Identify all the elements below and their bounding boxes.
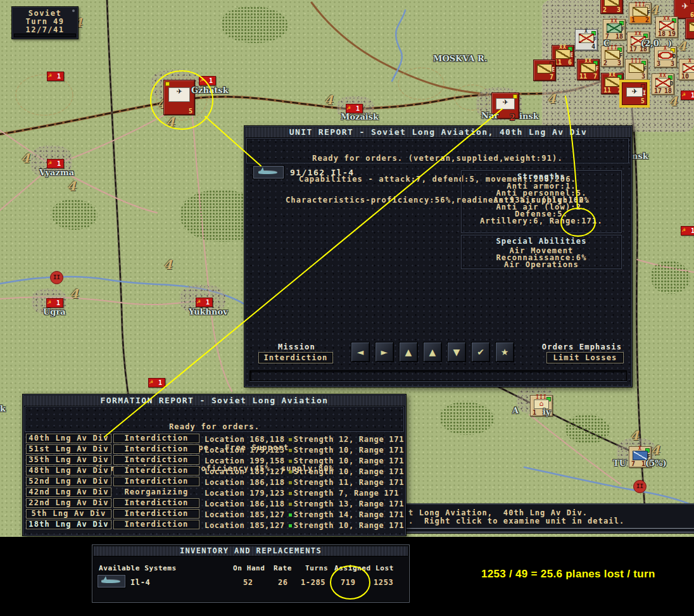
- unit-counter[interactable]: E 7: [533, 60, 556, 81]
- unit-counter[interactable]: III F 3: [625, 59, 648, 80]
- game-screen: 4444444444444444 ☭ 1 ☭ 1 ☭ 1 ☭ 1: [0, 0, 694, 616]
- map-label: (5%): [645, 458, 667, 468]
- unit-counter[interactable]: XX D 17 18: [652, 73, 674, 95]
- terrain-patch: [565, 415, 610, 444]
- limit-losses-button[interactable]: Limit Losses: [546, 352, 624, 363]
- order-icon-button[interactable]: ▼: [447, 342, 466, 362]
- map-label: insk: [519, 111, 539, 121]
- formation-mission-button[interactable]: Interdiction: [113, 444, 199, 454]
- unit-counter[interactable]: X F 4: [575, 29, 598, 51]
- inventory-title: INVENTORY AND REPLACEMENTS: [94, 546, 408, 556]
- unit-counter[interactable]: X 10 1: [679, 59, 694, 80]
- hammer-sickle-icon: ☭: [200, 76, 203, 84]
- unit-counter[interactable]: [685, 18, 694, 39]
- turnbox-dot-icon: [72, 9, 75, 12]
- airfield-glyph: 4: [166, 115, 175, 130]
- counter-value-right: 18: [664, 87, 672, 94]
- readiness-bullet-icon: [289, 513, 292, 517]
- formation-mission-button[interactable]: Interdiction: [113, 477, 199, 486]
- unit-counter[interactable]: III F 2 3: [601, 46, 624, 67]
- formation-mission-button[interactable]: Interdiction: [113, 520, 199, 529]
- unit-counter[interactable]: XX F 11 7: [577, 59, 600, 80]
- unit-counter[interactable]: 5: [163, 80, 195, 115]
- strengths-title: Strengths: [462, 173, 621, 182]
- formation-row: 22nd Lng Av Div Interdiction Location 18…: [23, 498, 406, 508]
- formation-mission-button[interactable]: Interdiction: [113, 434, 199, 443]
- formation-unit-button[interactable]: 35th Lng Av Div: [26, 455, 111, 465]
- row-location: Location 199,158: [205, 456, 285, 465]
- unit-counter[interactable]: III F 1 2: [629, 3, 652, 24]
- formation-unit-button[interactable]: 40th Lng Av Div: [26, 434, 111, 443]
- city-marker: ☭ 1: [199, 76, 216, 85]
- city-marker: ☭ 1: [148, 378, 165, 387]
- mission-button[interactable]: Interdiction: [258, 352, 333, 363]
- unit-counter[interactable]: XX 18 19: [655, 16, 678, 38]
- formation-mission-button[interactable]: Interdiction: [113, 466, 199, 475]
- readiness-bullet-icon: [289, 449, 292, 452]
- formation-mission-button[interactable]: Interdiction: [113, 498, 199, 508]
- aircraft-icon-button[interactable]: [253, 165, 284, 179]
- row-location: Location 185,127: [205, 467, 285, 476]
- unit-counter[interactable]: X D 3 3: [654, 46, 677, 68]
- system-name: Il-4: [130, 578, 150, 587]
- unit-counter[interactable]: XX F 7 18: [603, 19, 626, 41]
- map-label: Mozaisk: [341, 112, 379, 122]
- formation-unit-button[interactable]: 52nd Lng Av Div: [26, 477, 111, 486]
- order-icon: ◄: [357, 347, 364, 357]
- formation-unit-button[interactable]: 5th Lng Av Div: [26, 509, 111, 519]
- formation-unit-button[interactable]: 48th Lng Av Div: [26, 466, 111, 475]
- formation-row: 5th Lng Av Div Interdiction Location 185…: [23, 509, 406, 519]
- city-marker-number: 1: [56, 299, 60, 307]
- order-icon: ✔: [477, 347, 484, 357]
- city-marker-number: 1: [57, 72, 61, 80]
- row-strength-range: Strength 10, Range 171: [294, 456, 404, 465]
- hammer-sickle-icon: ☭: [197, 298, 200, 306]
- map-label: C: [603, 39, 610, 48]
- formation-mission-button[interactable]: Reorganizing: [113, 487, 199, 497]
- order-icon-button[interactable]: ✔: [471, 342, 490, 362]
- inventory-aircraft-icon-button[interactable]: [97, 574, 126, 588]
- formation-row: 48th Lng Av Div Interdiction Location 18…: [23, 466, 406, 475]
- unit-counter[interactable]: 2 3: [600, 0, 623, 14]
- readiness-bullet-icon: [289, 524, 292, 527]
- unit-counter[interactable]: XX F 11 7: [601, 73, 624, 94]
- formation-unit-button[interactable]: 18th Lng Av Div: [26, 520, 111, 529]
- row-location: Location 168,118: [205, 435, 285, 444]
- unit-symbol: [689, 22, 694, 32]
- on-hand-value: 52: [243, 578, 253, 587]
- inventory-panel: INVENTORY AND REPLACEMENTS Available Sys…: [92, 544, 410, 603]
- unit-counter[interactable]: I 5: [622, 82, 647, 105]
- row-strength-range: Strength 11, Range 171: [294, 478, 404, 487]
- road-brown-top: [312, 3, 483, 94]
- map-label: Nar: [481, 111, 498, 120]
- readiness-bullet-icon: [289, 481, 292, 484]
- counter-value-right: 7: [617, 87, 621, 94]
- counter-value-left: 10: [681, 73, 689, 80]
- readiness-bullet-icon: [289, 503, 292, 506]
- river-2: [524, 467, 694, 506]
- dialog-groove: [249, 370, 627, 381]
- unit-symbol: [626, 87, 643, 97]
- formation-report-dialog: FORMATION REPORT - Soviet Long Aviation …: [22, 394, 407, 536]
- formation-mission-button[interactable]: Interdiction: [113, 455, 199, 465]
- formation-mission-button[interactable]: Interdiction: [113, 509, 199, 519]
- header-turns: Turns: [305, 564, 328, 572]
- row-strength-range: Strength 7, Range 171: [294, 489, 399, 498]
- formation-unit-button[interactable]: 22nd Lng Av Div: [26, 498, 111, 508]
- order-icon-button[interactable]: ◄: [351, 342, 370, 362]
- formation-unit-button[interactable]: 42nd Lng Av Div: [26, 487, 111, 497]
- hammer-sickle-icon: ☭: [347, 104, 350, 112]
- road-pink-1: [191, 103, 232, 391]
- order-icon-button[interactable]: ▲: [399, 342, 418, 362]
- order-icon-button[interactable]: ★: [495, 342, 514, 362]
- counter-value-left: 1: [533, 409, 536, 416]
- order-icon-button[interactable]: ▲: [423, 342, 442, 362]
- terrain-patch: [651, 261, 690, 294]
- formation-unit-button[interactable]: 51st Lng Av Div: [26, 444, 111, 454]
- city-marker: ☭ 1: [46, 298, 63, 308]
- row-location: Location 186,118: [205, 478, 285, 487]
- airfield-glyph: 4: [67, 179, 76, 194]
- unit-symbol: [683, 63, 694, 73]
- order-icon-button[interactable]: ►: [375, 342, 394, 362]
- strength-line: Artillery:6, Range:171.: [462, 218, 621, 225]
